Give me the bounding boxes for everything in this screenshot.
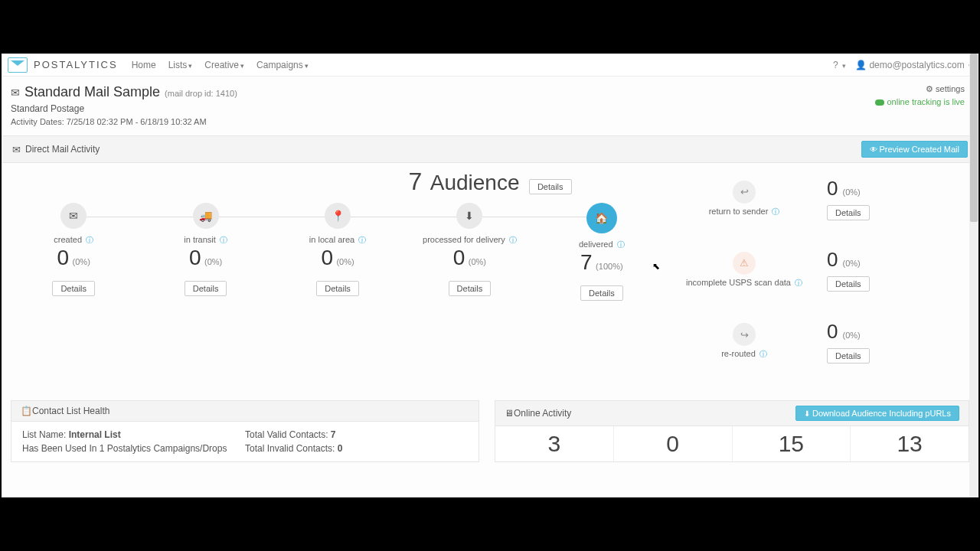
stage-label: in transit (139, 235, 271, 246)
scrollbar[interactable] (969, 54, 978, 497)
stage-label: in local area (272, 235, 403, 246)
info-icon[interactable] (357, 235, 366, 244)
page-title: Standard Mail Sample (24, 84, 160, 100)
nav-lists[interactable]: Lists▾ (168, 60, 193, 70)
side-details-button[interactable]: Details (827, 276, 870, 292)
stage-count: 0 (57, 246, 70, 269)
online-stat: 15 (733, 426, 851, 461)
drop-id: (mail drop id: 1410) (165, 89, 237, 98)
side-item-incomplete-USPS-scan-data: ⚠incomplete USPS scan data (683, 252, 805, 289)
side-item-return-to-sender: ↩return to sender (683, 181, 805, 217)
stage-pct: (0%) (73, 257, 90, 266)
list-name-label: List Name: (22, 429, 69, 440)
online-activity-card: 🖥 Online Activity Download Audience Incl… (495, 400, 969, 462)
contact-list-card: 📋 Contact List Health List Name: Interna… (11, 400, 479, 462)
side-stat: 0(0%)Details (827, 320, 966, 364)
online-stat: 0 (614, 426, 733, 461)
stage-details-button[interactable]: Details (316, 281, 359, 296)
invalid-count: 0 (338, 443, 343, 454)
side-details-button[interactable]: Details (827, 205, 870, 220)
stage-icon: 🏠 (586, 203, 617, 233)
settings-link[interactable]: settings (875, 84, 965, 94)
side-count: 0 (827, 320, 838, 344)
info-icon[interactable] (508, 235, 517, 244)
brand-name: POSTALYTICS (34, 59, 118, 70)
user-menu[interactable]: 👤 demo@postalytics.com ▾ (855, 60, 972, 70)
contacts-icon: 📋 (21, 406, 32, 416)
contact-header: Contact List Health (32, 406, 109, 416)
stage-count: 0 (189, 246, 201, 269)
info-icon[interactable] (218, 235, 227, 244)
online-stat: 3 (495, 426, 614, 461)
invalid-label: Total Invalid Contacts: (245, 443, 338, 454)
monitor-icon: 🖥 (505, 408, 514, 419)
stage-delivered: 🏠delivered 7 (100%)Details (536, 203, 668, 301)
online-stat: 13 (851, 426, 969, 461)
page-header: Standard Mail Sample (mail drop id: 1410… (2, 77, 978, 131)
nav-creative[interactable]: Creative▾ (204, 60, 244, 70)
side-count: 0 (827, 248, 838, 272)
stage-icon: 📍 (325, 203, 351, 229)
activity-dates: Activity Dates: 7/25/18 02:32 PM - 6/18/… (11, 117, 969, 126)
info-icon[interactable] (793, 278, 802, 287)
stage-count: 0 (321, 246, 333, 269)
audience-label: Audience (430, 171, 520, 194)
info-icon[interactable] (616, 240, 625, 249)
audience-count: 7 (408, 168, 422, 195)
mail-logo-icon (8, 57, 28, 73)
stage-pct: (0%) (204, 257, 222, 266)
stage-details-button[interactable]: Details (580, 285, 623, 301)
postage-type: Standard Postage (11, 103, 969, 114)
side-item-re-routed: ↪re-routed (683, 323, 805, 360)
side-stat: 0(0%)Details (827, 248, 966, 292)
stage-icon: 🚚 (193, 203, 219, 229)
side-label: return to sender (683, 207, 805, 217)
stage-pct: (0%) (336, 257, 354, 266)
list-usage: Has Been Used In 1 Postalytics Campaigns… (22, 443, 245, 454)
stage-icon: ✉ (60, 203, 87, 229)
direct-mail-header: Direct Mail Activity Preview Created Mai… (2, 135, 978, 163)
stage-pct: (0%) (469, 257, 486, 266)
envelope-icon (11, 86, 20, 99)
side-label: re-routed (683, 349, 805, 360)
stage-details-button[interactable]: Details (185, 281, 227, 296)
stage-details-button[interactable]: Details (449, 281, 492, 296)
stage-label: delivered (536, 240, 668, 250)
stage-in-transit: 🚚in transit 0 (0%)Details (139, 203, 271, 301)
audience-details-button[interactable]: Details (529, 179, 572, 194)
list-name-value: Internal List (69, 429, 121, 440)
stage-processed-for-delivery: ⬇processed for delivery 0 (0%)Details (403, 203, 535, 301)
top-navbar: POSTALYTICS Home Lists▾ Creative▾ Campai… (2, 54, 978, 77)
side-pct: (0%) (842, 331, 860, 340)
tracking-status: online tracking is live (875, 97, 965, 106)
valid-label: Total Valid Contacts: (245, 429, 331, 440)
nav-home[interactable]: Home (132, 60, 156, 70)
brand-logo[interactable]: POSTALYTICS (8, 57, 118, 73)
stage-details-button[interactable]: Details (52, 281, 95, 296)
stage-label: processed for delivery (403, 235, 535, 246)
side-icon: ⚠ (733, 252, 756, 275)
side-label: incomplete USPS scan data (683, 278, 805, 289)
side-details-button[interactable]: Details (827, 348, 870, 364)
side-stat: 0(0%)Details (827, 177, 966, 220)
panel-title: Direct Mail Activity (25, 144, 100, 155)
stage-count: 0 (453, 246, 466, 269)
funnel-panel: 7 Audience Details ⬉ ✉created 0 (0%)Deta… (2, 163, 978, 393)
download-audience-button[interactable]: Download Audience Including pURLs (795, 406, 959, 421)
scrollbar-thumb[interactable] (970, 54, 978, 222)
info-icon[interactable] (84, 235, 93, 244)
side-icon: ↪ (733, 323, 756, 346)
valid-count: 7 (331, 429, 336, 440)
side-pct: (0%) (842, 187, 860, 197)
stage-icon: ⬇ (456, 203, 482, 229)
online-header: Online Activity (514, 408, 571, 419)
stage-count: 7 (580, 250, 593, 274)
info-icon[interactable] (758, 349, 767, 358)
help-icon[interactable]: ? ▾ (833, 60, 846, 70)
info-icon[interactable] (770, 207, 779, 216)
side-icon: ↩ (733, 181, 756, 204)
side-pct: (0%) (842, 259, 860, 268)
preview-mail-button[interactable]: Preview Created Mail (861, 141, 968, 158)
stage-pct: (100%) (596, 262, 622, 271)
nav-campaigns[interactable]: Campaigns▾ (256, 60, 309, 70)
